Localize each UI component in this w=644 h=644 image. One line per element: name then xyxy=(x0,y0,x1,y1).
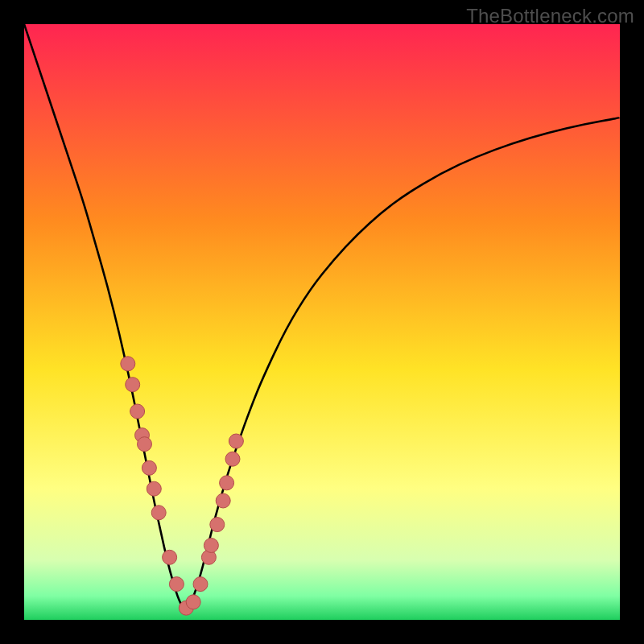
sample-dot xyxy=(163,550,177,564)
sample-dot xyxy=(169,577,184,592)
sample-dots xyxy=(121,357,244,615)
sample-dot xyxy=(216,493,230,508)
chart-overlay xyxy=(24,24,620,620)
sample-dot xyxy=(204,539,218,553)
sample-dot xyxy=(151,506,166,520)
plot-area xyxy=(24,24,620,620)
sample-dot xyxy=(225,452,240,466)
sample-dot xyxy=(220,476,234,490)
sample-dot xyxy=(210,518,225,532)
sample-dot xyxy=(193,577,208,592)
sample-dot xyxy=(186,595,200,609)
sample-dot xyxy=(147,481,161,496)
sample-dot xyxy=(138,437,152,452)
outer-frame: TheBottleneck.com xyxy=(0,0,644,644)
sample-dot xyxy=(126,378,140,392)
sample-dot xyxy=(121,357,135,371)
sample-dot xyxy=(142,460,156,475)
sample-dot xyxy=(229,434,243,448)
bottleneck-curve xyxy=(24,24,620,609)
sample-dot xyxy=(130,404,145,419)
watermark-text: TheBottleneck.com xyxy=(466,5,634,27)
